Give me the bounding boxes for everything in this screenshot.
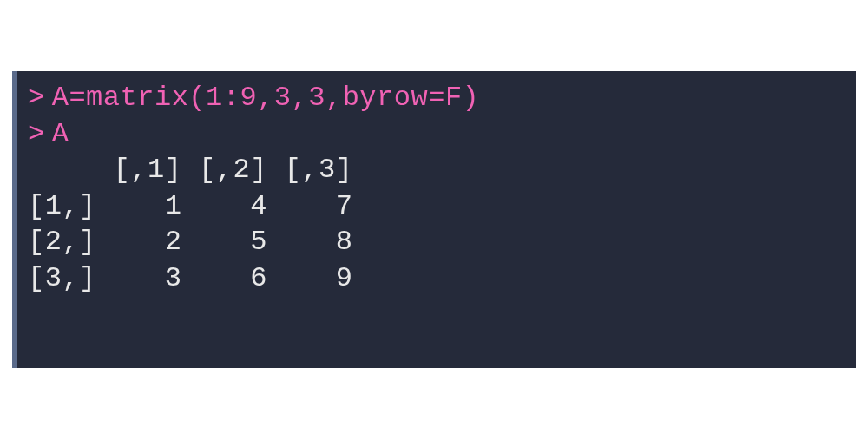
matrix-data-row: [2,] 2 5 8 <box>28 224 845 260</box>
matrix-data-row: [1,] 1 4 7 <box>28 188 845 225</box>
console-input-line: > A <box>28 116 845 153</box>
r-console[interactable]: > A=matrix(1:9,3,3,byrow=F) > A [,1] [,2… <box>12 71 856 368</box>
command-text: A <box>52 116 69 153</box>
matrix-data-row: [3,] 3 6 9 <box>28 260 845 297</box>
command-text: A=matrix(1:9,3,3,byrow=F) <box>52 80 480 116</box>
prompt-symbol: > <box>28 116 45 153</box>
prompt-symbol: > <box>28 80 45 116</box>
console-input-line: > A=matrix(1:9,3,3,byrow=F) <box>28 80 845 116</box>
matrix-header-row: [,1] [,2] [,3] <box>28 152 845 188</box>
